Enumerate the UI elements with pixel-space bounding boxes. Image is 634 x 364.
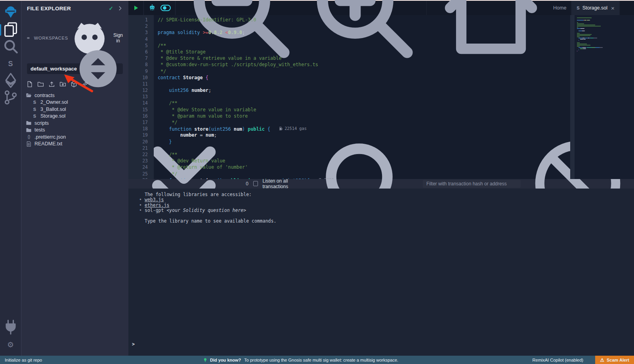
line-number: 8 (128, 61, 154, 68)
new-file-button[interactable] (26, 81, 33, 88)
sidebar-item-deploy-run[interactable] (0, 72, 21, 90)
workspaces-menu-icon[interactable] (27, 35, 30, 41)
init-git-repo-button[interactable]: Initialize as git repo (5, 356, 42, 364)
code-line (154, 23, 570, 29)
ethereum-icon (2, 72, 19, 90)
code-line (154, 36, 570, 42)
code-line: */ (154, 119, 570, 126)
git-branch-icon (2, 89, 19, 107)
solidity-icon: S (577, 6, 579, 10)
solidity-icon: S (32, 100, 38, 105)
copilot-status[interactable]: RemixAI Copilot (enabled) (533, 356, 583, 364)
code-line: * @param num value to store (154, 113, 570, 119)
close-tab-icon[interactable]: × (611, 5, 615, 11)
code-line (154, 81, 570, 87)
listen-all-transactions-label: Listen on all transactions (263, 178, 309, 189)
line-number: 22 (128, 151, 154, 158)
code-editor[interactable]: 1234567891011121314151617181920212223242… (128, 15, 634, 179)
line-number: 1 (128, 17, 154, 23)
terminal-link-ethers.js[interactable]: ethers.js (145, 202, 169, 208)
line-number: 2 (128, 23, 154, 29)
code-line: */ (154, 68, 570, 74)
file-explorer-icon (2, 21, 19, 39)
tab-storage-sol[interactable]: S Storage.sol × (571, 1, 619, 15)
code-line (154, 145, 570, 151)
check-icon: ✓ (109, 5, 113, 11)
tip-title: Did you know? (210, 358, 241, 362)
line-number: 5 (128, 42, 154, 49)
line-number: 15 (128, 107, 154, 113)
file-label: 3_Ballot.sol (40, 107, 66, 112)
scam-alert-badge[interactable]: ⚠ Scam Alert (595, 356, 634, 364)
terminal-line: •ethers.js (131, 203, 634, 208)
file-tree: contractsS2_Owner.solS3_Ballot.solSStora… (21, 91, 128, 147)
file-item-.prettierrc.json[interactable]: { }.prettierrc.json (21, 133, 128, 141)
sidebar-item-file-explorer[interactable] (0, 21, 21, 38)
file-item-README.txt[interactable]: README.txt (21, 141, 128, 148)
line-number: 18 (128, 126, 154, 132)
editor-code[interactable]: // SPDX-License-Identifier: GPL-3.0pragm… (154, 15, 570, 179)
line-number: 4 (128, 36, 154, 42)
code-line: /** (154, 151, 570, 158)
line-number: 14 (128, 100, 154, 106)
link-button[interactable] (82, 81, 88, 88)
editor-tabbar: Home S Storage.sol × (128, 1, 634, 15)
line-number: 23 (128, 158, 154, 164)
code-line: } (154, 139, 570, 145)
listen-all-transactions-checkbox[interactable] (253, 181, 258, 186)
search-icon (2, 38, 19, 56)
file-label: Storage.sol (40, 113, 65, 119)
workspaces-label: WORKSPACES (34, 36, 68, 40)
file-explorer-panel: FILE EXPLORER ✓ WORKSPACES Sign in defau… (21, 1, 128, 356)
file-item-2_Owner.sol[interactable]: S2_Owner.sol (21, 99, 128, 106)
editor-minimap[interactable] (575, 15, 634, 179)
code-line: /** (154, 100, 570, 106)
sidebar-item-search[interactable] (0, 38, 21, 55)
sidebar-item-solidity-compiler[interactable]: S (0, 55, 21, 72)
terminal-line: The following libraries are accessible: (131, 192, 634, 198)
terminal-header: 0 Listen on all transactions (128, 179, 634, 189)
file-item-3_Ballot.sol[interactable]: S3_Ballot.sol (21, 106, 128, 113)
lightbulb-icon (203, 358, 208, 362)
file-item-scripts[interactable]: scripts (21, 120, 128, 127)
upload-folder-button[interactable] (59, 81, 66, 88)
solidity-icon: S (32, 107, 38, 112)
terminal-link-web3.js[interactable]: web3.js (145, 197, 164, 202)
terminal-prompt[interactable]: > (132, 341, 135, 347)
line-number: 26 (128, 177, 154, 179)
line-number: 6 (128, 49, 154, 55)
code-line (154, 93, 570, 100)
sidebar-item-plugin-manager[interactable] (0, 319, 21, 336)
line-number: 20 (128, 139, 154, 145)
new-folder-button[interactable] (37, 81, 44, 88)
chevron-right-icon[interactable] (117, 6, 123, 11)
editor-scrollbar[interactable] (570, 15, 575, 179)
line-number: 19 (128, 132, 154, 138)
transaction-filter-input[interactable] (423, 180, 521, 188)
code-line: contract Storage { (154, 74, 570, 81)
terminal[interactable]: The following libraries are accessible:•… (128, 189, 634, 356)
file-item-contracts[interactable]: contracts (21, 92, 128, 99)
upload-file-button[interactable] (48, 81, 55, 88)
file-item-tests[interactable]: tests (21, 127, 128, 134)
gas-estimate-badge: 2410 gas (319, 177, 344, 179)
remix-logo[interactable] (0, 2, 21, 21)
terminal-line: •sol-gpt <your Solidity question here> (131, 208, 634, 213)
folder-icon (26, 127, 32, 133)
run-script-button[interactable] (133, 5, 139, 11)
file-item-Storage.sol[interactable]: SStorage.sol (21, 113, 128, 120)
tab-home[interactable]: Home (426, 1, 571, 15)
line-number: 16 (128, 113, 154, 119)
code-line: pragma solidity >=0.8.2 <0.9.0; (154, 29, 570, 36)
transaction-count-badge: 0 (246, 181, 248, 187)
ipfs-publish-button[interactable] (71, 81, 77, 88)
ai-copilot-toggle[interactable] (160, 5, 171, 11)
sidebar-item-settings[interactable]: ⚙ (0, 336, 21, 353)
code-line: * @dev Return value (154, 158, 570, 164)
file-label: tests (34, 127, 45, 133)
sidebar-item-git[interactable] (0, 90, 21, 107)
remix-ai-robot-button[interactable] (148, 4, 156, 12)
workspace-select[interactable]: default_workspace (27, 63, 123, 74)
solidity-icon: S (32, 114, 38, 118)
file-text-icon (26, 141, 32, 147)
